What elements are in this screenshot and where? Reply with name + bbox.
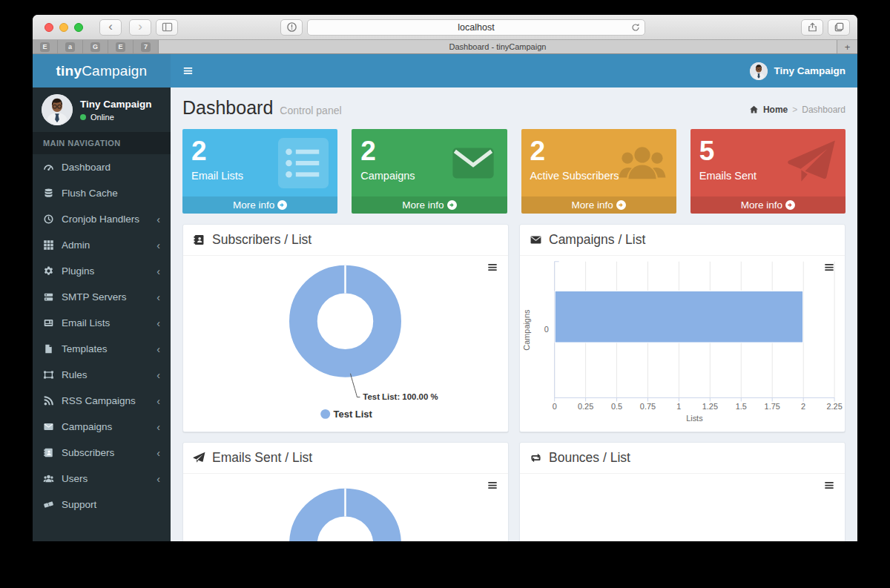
chevron-left-icon: ‹ xyxy=(156,474,160,484)
tabs-overview-button[interactable] xyxy=(828,19,850,36)
sidebar-item-templates[interactable]: Templates‹ xyxy=(33,336,171,362)
pinned-tab[interactable]: a xyxy=(58,40,83,53)
chart-menu-button[interactable] xyxy=(823,262,835,272)
user-menu[interactable]: Tiny Campaign xyxy=(738,54,857,87)
back-icon: ‹ xyxy=(108,20,113,33)
sidebar-item-label: Subscribers xyxy=(62,447,114,458)
campaigns-bar-chart: 00.250.50.7511.251.51.7522.25 0 Campaign… xyxy=(520,256,845,432)
sidebar-toggle-icon xyxy=(162,22,173,33)
pinned-tab-favicon: a xyxy=(65,42,75,52)
object-group-icon xyxy=(43,369,54,380)
user-status[interactable]: Online xyxy=(80,113,152,122)
share-button[interactable] xyxy=(801,19,823,36)
more-info-label: More info xyxy=(741,199,782,211)
subscribers-donut-chart: Test List: 100.00 % Test List xyxy=(183,256,508,432)
new-tab-button[interactable]: + xyxy=(837,40,857,53)
chart-menu-button[interactable] xyxy=(487,480,498,490)
sidebar-item-flush-cache[interactable]: Flush Cache xyxy=(33,180,171,206)
panel-bounces-list: Bounces / List xyxy=(519,442,846,541)
info-box-active-subscribers: 2Active SubscribersMore info xyxy=(521,129,676,214)
reload-icon[interactable] xyxy=(630,22,641,33)
sidebar-item-campaigns[interactable]: Campaigns‹ xyxy=(33,414,171,440)
app-logo[interactable]: tinyCampaign xyxy=(33,54,171,87)
plus-icon: + xyxy=(845,42,851,53)
pinned-tab-favicon: 7 xyxy=(141,42,151,52)
sidebar-item-users[interactable]: Users‹ xyxy=(33,466,171,492)
pinned-tab[interactable]: G xyxy=(83,40,108,53)
chart-legend[interactable]: Test List xyxy=(320,409,372,420)
sidebar-item-label: Flush Cache xyxy=(62,188,118,199)
sidebar-item-admin[interactable]: Admin‹ xyxy=(33,232,171,258)
info-box-label: Email Lists xyxy=(191,170,329,182)
sidebar-item-rss-campaigns[interactable]: RSS Campaigns‹ xyxy=(33,388,171,414)
home-icon xyxy=(749,105,759,114)
more-info-link[interactable]: More info xyxy=(352,196,507,214)
sidebar-item-rules[interactable]: Rules‹ xyxy=(33,362,171,388)
x-tick-label: 2 xyxy=(801,402,805,411)
sidebar-item-cronjob-handlers[interactable]: Cronjob Handlers‹ xyxy=(33,206,171,232)
privacy-report-button[interactable] xyxy=(280,19,303,36)
pinned-tab[interactable]: E xyxy=(33,40,58,53)
sidebar-item-label: Email Lists xyxy=(62,317,110,328)
sidebar-item-label: Campaigns xyxy=(62,421,112,432)
panel-title: Emails Sent / List xyxy=(212,450,312,466)
info-box-value: 2 xyxy=(360,136,498,168)
grid-icon xyxy=(43,240,54,251)
minimize-window-button[interactable] xyxy=(59,23,68,32)
panel-campaigns-list: Campaigns / List 00.250.50.7511.251.51.7… xyxy=(519,224,846,432)
more-info-link[interactable]: More info xyxy=(182,196,337,214)
chevron-left-icon: ‹ xyxy=(156,344,160,354)
circle-arrow-icon xyxy=(277,200,287,210)
chart-menu-button[interactable] xyxy=(823,480,835,490)
donut-data-label: Test List: 100.00 % xyxy=(363,392,438,401)
sidebar-toggle-button[interactable] xyxy=(156,19,178,36)
address-bar[interactable]: localhost xyxy=(307,19,645,36)
gear-icon xyxy=(43,265,54,277)
sidebar-item-support[interactable]: Support xyxy=(33,492,171,518)
sidebar-item-label: Rules xyxy=(62,369,88,380)
fullscreen-window-button[interactable] xyxy=(74,23,83,32)
circle-arrow-icon xyxy=(616,200,626,210)
panel-header: Bounces / List xyxy=(520,443,845,474)
hamburger-icon xyxy=(182,66,194,76)
pinned-tab[interactable]: E xyxy=(108,40,134,53)
browser-toolbar: ‹ › localhost xyxy=(33,15,857,40)
close-window-button[interactable] xyxy=(44,23,53,32)
more-info-link[interactable]: More info xyxy=(521,196,676,214)
chevron-left-icon: ‹ xyxy=(156,266,160,277)
newspaper-icon xyxy=(43,317,54,328)
sidebar-item-dashboard[interactable]: Dashboard xyxy=(33,154,171,180)
info-box-email-lists: 2Email ListsMore info xyxy=(182,129,337,214)
more-info-link[interactable]: More info xyxy=(690,196,846,214)
sidebar-item-label: Templates xyxy=(62,343,108,354)
app-topbar: tinyCampaign Tiny Campaign xyxy=(33,54,857,87)
breadcrumb-home-link[interactable]: Home xyxy=(763,105,788,115)
sidebar-item-label: SMTP Servers xyxy=(62,291,127,303)
circle-arrow-icon xyxy=(447,200,457,210)
circle-arrow-icon xyxy=(785,200,795,210)
sidebar-item-email-lists[interactable]: Email Lists‹ xyxy=(33,310,171,336)
sidebar-item-smtp-servers[interactable]: SMTP Servers‹ xyxy=(33,284,171,310)
ticket-icon xyxy=(43,499,54,510)
forward-button[interactable]: › xyxy=(129,19,151,36)
x-tick-label: 0.25 xyxy=(578,402,593,411)
sidebar-item-subscribers[interactable]: Subscribers‹ xyxy=(33,440,171,466)
more-info-label: More info xyxy=(402,199,444,211)
x-tick-label: 0.5 xyxy=(611,402,622,411)
bar-series[interactable] xyxy=(555,291,802,343)
sidebar-collapse-button[interactable] xyxy=(171,54,205,87)
active-tab[interactable]: Dashboard - tinyCampaign xyxy=(159,40,837,53)
pinned-tab-favicon: G xyxy=(90,42,100,52)
pinned-tab[interactable]: 7 xyxy=(134,40,159,53)
content-header: DashboardControl panel Home > Dashboard xyxy=(171,87,857,123)
panel-body xyxy=(520,474,845,541)
info-box-label: Active Subscribers xyxy=(530,170,668,182)
sidebar-item-label: Dashboard xyxy=(62,162,111,173)
forward-icon: › xyxy=(138,20,142,33)
chart-menu-button[interactable] xyxy=(487,262,498,272)
sidebar-item-plugins[interactable]: Plugins‹ xyxy=(33,258,171,284)
x-tick-label: 1 xyxy=(676,402,681,411)
panel-body xyxy=(183,474,508,541)
logo-bold: tiny xyxy=(56,63,82,79)
back-button[interactable]: ‹ xyxy=(99,19,122,36)
